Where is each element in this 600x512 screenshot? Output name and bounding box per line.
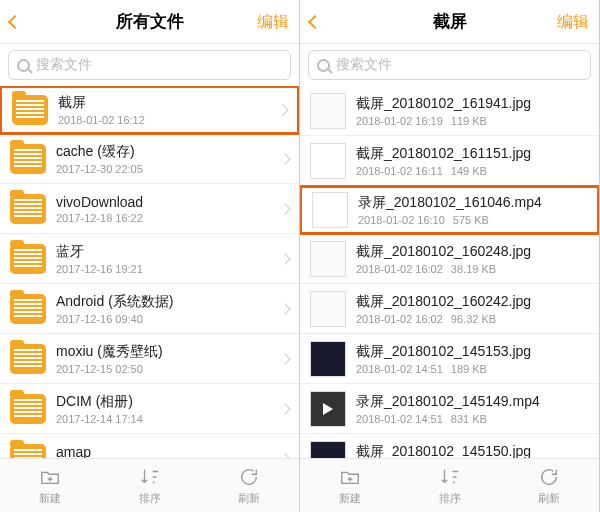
sort-button[interactable]: 排序	[400, 459, 500, 512]
folder-row[interactable]: cache (缓存) 2017-12-30 22:05	[0, 134, 299, 184]
file-row[interactable]: 截屏_20180102_145150.jpg 2018-01-02 14:511…	[300, 434, 599, 458]
folder-icon	[10, 144, 46, 174]
chevron-right-icon	[279, 453, 290, 458]
row-text: 截屏_20180102_160248.jpg 2018-01-02 16:023…	[356, 243, 589, 275]
row-text: 截屏_20180102_145153.jpg 2018-01-02 14:511…	[356, 343, 589, 375]
file-name: 截屏_20180102_161151.jpg	[356, 145, 589, 163]
chevron-right-icon	[279, 153, 290, 164]
new-folder-icon	[39, 466, 61, 488]
file-row[interactable]: 截屏_20180102_160248.jpg 2018-01-02 16:023…	[300, 234, 599, 284]
file-list: 截屏_20180102_161941.jpg 2018-01-02 16:191…	[300, 86, 599, 458]
folder-name: Android (系统数据)	[56, 293, 275, 311]
back-button[interactable]	[310, 0, 324, 44]
row-text: 蓝牙 2017-12-16 19:21	[56, 243, 275, 275]
folder-date: 2017-12-16 09:40	[56, 313, 275, 325]
chevron-left-icon	[8, 15, 22, 29]
folder-icon	[10, 394, 46, 424]
new-button[interactable]: 新建	[300, 459, 400, 512]
search-input[interactable]: 搜索文件	[8, 50, 291, 80]
thumbnail-icon	[310, 341, 346, 377]
chevron-right-icon	[279, 303, 290, 314]
edit-button[interactable]: 编辑	[557, 0, 589, 44]
thumbnail-icon	[310, 291, 346, 327]
chevron-right-icon	[277, 104, 288, 115]
folder-row[interactable]: 截屏 2018-01-02 16:12	[0, 86, 299, 135]
header: 所有文件 编辑	[0, 0, 299, 44]
folder-date: 2017-12-18 16:22	[56, 212, 275, 224]
row-text: vivoDownload 2017-12-18 16:22	[56, 194, 275, 224]
refresh-icon	[238, 466, 260, 488]
chevron-right-icon	[279, 353, 290, 364]
file-size: 149 KB	[451, 165, 487, 177]
file-date: 2018-01-02 16:02	[356, 313, 443, 325]
file-date: 2018-01-02 16:02	[356, 263, 443, 275]
file-date: 2018-01-02 14:51	[356, 363, 443, 375]
file-row[interactable]: 截屏_20180102_161151.jpg 2018-01-02 16:111…	[300, 136, 599, 186]
row-text: moxiu (魔秀壁纸) 2017-12-15 02:50	[56, 343, 275, 375]
file-row[interactable]: 截屏_20180102_160242.jpg 2018-01-02 16:029…	[300, 284, 599, 334]
refresh-button[interactable]: 刷新	[499, 459, 599, 512]
folder-name: DCIM (相册)	[56, 393, 275, 411]
back-button[interactable]	[10, 0, 24, 44]
file-name: 截屏_20180102_145153.jpg	[356, 343, 589, 361]
header: 截屏 编辑	[300, 0, 599, 44]
folder-name: amap	[56, 444, 275, 459]
thumbnail-icon	[312, 192, 348, 228]
chevron-right-icon	[279, 403, 290, 414]
folder-icon	[10, 344, 46, 374]
folder-name: cache (缓存)	[56, 143, 275, 161]
file-size: 831 KB	[451, 413, 487, 425]
folder-row[interactable]: vivoDownload 2017-12-18 16:22	[0, 184, 299, 234]
file-date: 2018-01-02 14:51	[356, 413, 443, 425]
right-pane: 截屏 编辑 搜索文件 截屏_20180102_161941.jpg 2018-0…	[300, 0, 600, 512]
folder-date: 2017-12-14 17:14	[56, 413, 275, 425]
folder-date: 2017-12-16 19:21	[56, 263, 275, 275]
sort-icon	[439, 466, 461, 488]
folder-icon	[10, 194, 46, 224]
new-folder-icon	[339, 466, 361, 488]
sort-icon	[139, 466, 161, 488]
page-title: 所有文件	[116, 10, 184, 33]
new-button[interactable]: 新建	[0, 459, 100, 512]
folder-icon	[10, 294, 46, 324]
file-row[interactable]: 录屏_20180102_161046.mp4 2018-01-02 16:105…	[300, 185, 599, 235]
left-pane: 所有文件 编辑 搜索文件 截屏 2018-01-02 16:12 cache (…	[0, 0, 300, 512]
file-row[interactable]: 截屏_20180102_161941.jpg 2018-01-02 16:191…	[300, 86, 599, 136]
row-text: 录屏_20180102_161046.mp4 2018-01-02 16:105…	[358, 194, 587, 226]
folder-row[interactable]: amap 2017-12-14 15:20	[0, 434, 299, 458]
edit-button[interactable]: 编辑	[257, 0, 289, 44]
row-text: 截屏_20180102_145150.jpg 2018-01-02 14:511…	[356, 443, 589, 459]
file-name: 录屏_20180102_161046.mp4	[358, 194, 587, 212]
sort-button[interactable]: 排序	[100, 459, 200, 512]
file-name: 截屏_20180102_161941.jpg	[356, 95, 589, 113]
file-row[interactable]: 录屏_20180102_145149.mp4 2018-01-02 14:518…	[300, 384, 599, 434]
folder-date: 2017-12-15 02:50	[56, 363, 275, 375]
folder-icon	[10, 244, 46, 274]
row-text: 截屏_20180102_161941.jpg 2018-01-02 16:191…	[356, 95, 589, 127]
folder-row[interactable]: 蓝牙 2017-12-16 19:21	[0, 234, 299, 284]
search-bar: 搜索文件	[0, 44, 299, 86]
chevron-right-icon	[279, 253, 290, 264]
chevron-left-icon	[308, 15, 322, 29]
folder-row[interactable]: Android (系统数据) 2017-12-16 09:40	[0, 284, 299, 334]
toolbar: 新建 排序 刷新	[0, 458, 299, 512]
file-name: 截屏_20180102_160242.jpg	[356, 293, 589, 311]
play-icon	[323, 403, 333, 415]
file-size: 189 KB	[451, 363, 487, 375]
refresh-button[interactable]: 刷新	[199, 459, 299, 512]
file-row[interactable]: 截屏_20180102_145153.jpg 2018-01-02 14:511…	[300, 334, 599, 384]
folder-row[interactable]: moxiu (魔秀壁纸) 2017-12-15 02:50	[0, 334, 299, 384]
folder-date: 2017-12-30 22:05	[56, 163, 275, 175]
refresh-icon	[538, 466, 560, 488]
row-text: Android (系统数据) 2017-12-16 09:40	[56, 293, 275, 325]
folder-row[interactable]: DCIM (相册) 2017-12-14 17:14	[0, 384, 299, 434]
row-text: 截屏_20180102_160242.jpg 2018-01-02 16:029…	[356, 293, 589, 325]
chevron-right-icon	[279, 203, 290, 214]
file-size: 38.19 KB	[451, 263, 496, 275]
file-size: 119 KB	[451, 115, 487, 127]
thumbnail-icon	[310, 391, 346, 427]
search-placeholder: 搜索文件	[336, 56, 392, 74]
folder-name: 截屏	[58, 94, 273, 112]
search-input[interactable]: 搜索文件	[308, 50, 591, 80]
file-date: 2018-01-02 16:11	[356, 165, 443, 177]
